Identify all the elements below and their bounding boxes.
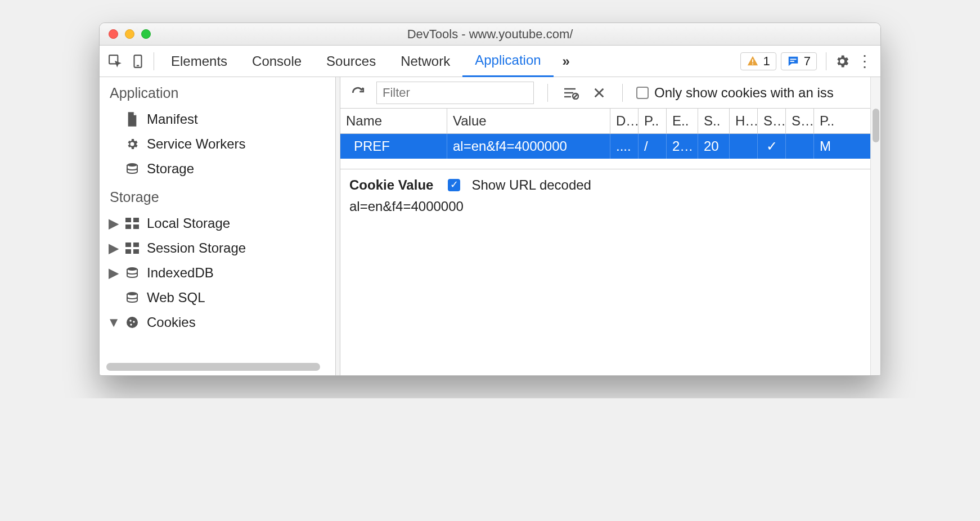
tab-console[interactable]: Console	[240, 46, 314, 77]
svg-rect-8	[125, 218, 131, 222]
svg-point-7	[127, 163, 137, 167]
col-path[interactable]: P..	[639, 109, 667, 133]
sidebar-item-manifest[interactable]: Manifest	[100, 107, 335, 132]
col-priority[interactable]: P..	[814, 109, 870, 133]
cell-value: al=en&f4=4000000	[447, 134, 610, 159]
panel-body: Application Manifest Service Workers	[100, 77, 880, 375]
checkbox-checked-icon	[448, 179, 460, 191]
messages-badge[interactable]: 7	[781, 52, 817, 70]
sidebar-item-label: Local Storage	[147, 215, 230, 231]
warning-icon	[747, 55, 759, 68]
cookie-value-text: al=en&f4=4000000	[349, 199, 861, 214]
cell-priority: M	[814, 134, 870, 159]
delete-button[interactable]	[590, 83, 609, 102]
col-httponly[interactable]: H..	[730, 109, 758, 133]
vertical-scrollbar[interactable]	[870, 77, 880, 375]
chevron-right-icon: ▶	[110, 265, 118, 281]
svg-rect-3	[752, 59, 753, 62]
traffic-lights	[109, 29, 151, 39]
message-icon	[787, 55, 799, 68]
show-decoded-label: Show URL decoded	[471, 177, 591, 193]
cookie-icon	[124, 316, 140, 329]
file-icon	[124, 112, 140, 127]
filter-input[interactable]	[376, 82, 534, 104]
device-toggle-icon[interactable]	[127, 50, 149, 73]
kebab-menu-button[interactable]: ⋮	[853, 52, 876, 70]
devtools-window: DevTools - www.youtube.com/ Elements Con…	[99, 23, 881, 376]
database-icon	[124, 291, 140, 304]
sidebar-item-label: Manifest	[147, 111, 198, 127]
separator	[622, 84, 623, 102]
clear-all-button[interactable]	[561, 83, 581, 102]
sidebar-section-application: Application	[100, 77, 335, 107]
table-row[interactable]: PREF al=en&f4=4000000 .... / 2… 20 ✓ M	[340, 134, 870, 159]
cookies-toolbar: Only show cookies with an iss	[340, 77, 870, 109]
svg-rect-12	[125, 242, 131, 247]
cell-domain: ....	[610, 134, 639, 159]
cell-name: PREF	[340, 134, 447, 159]
zoom-window-button[interactable]	[141, 29, 151, 39]
cookie-detail: Cookie Value Show URL decoded al=en&f4=4…	[340, 169, 870, 222]
filter-field[interactable]	[376, 82, 534, 104]
horizontal-scrollbar[interactable]	[106, 363, 320, 371]
svg-point-16	[127, 267, 137, 271]
cell-expires: 2…	[667, 134, 698, 159]
tab-network[interactable]: Network	[388, 46, 462, 77]
cell-samesite	[786, 134, 814, 159]
only-issues-checkbox[interactable]: Only show cookies with an iss	[636, 85, 834, 101]
col-value[interactable]: Value	[447, 109, 610, 133]
tab-strip: Elements Console Sources Network Applica…	[100, 46, 880, 77]
scrollbar-thumb[interactable]	[873, 109, 879, 142]
svg-rect-9	[133, 218, 139, 222]
grid-icon	[124, 242, 140, 254]
sidebar-item-indexeddb[interactable]: ▶ IndexedDB	[100, 260, 335, 285]
only-issues-label: Only show cookies with an iss	[654, 85, 834, 101]
col-secure[interactable]: S..	[758, 109, 786, 133]
more-tabs-button[interactable]: »	[554, 53, 579, 69]
sidebar-item-cookies[interactable]: ▼ Cookies	[100, 310, 335, 335]
sidebar-item-label: Cookies	[147, 315, 196, 330]
cell-size: 20	[698, 134, 730, 159]
sidebar-item-session-storage[interactable]: ▶ Session Storage	[100, 236, 335, 260]
sidebar-item-service-workers[interactable]: Service Workers	[100, 132, 335, 156]
refresh-button[interactable]	[348, 83, 367, 102]
gear-icon	[124, 137, 140, 151]
col-name[interactable]: Name	[340, 109, 447, 133]
sidebar-item-local-storage[interactable]: ▶ Local Storage	[100, 211, 335, 236]
grid-icon	[124, 218, 140, 229]
sidebar-item-storage[interactable]: Storage	[100, 156, 335, 181]
separator	[547, 84, 548, 102]
col-samesite[interactable]: S..	[786, 109, 814, 133]
sidebar-section-storage: Storage	[100, 181, 335, 211]
splitter-handle[interactable]	[336, 77, 340, 375]
detail-title: Cookie Value	[349, 177, 433, 193]
col-domain[interactable]: D..	[610, 109, 639, 133]
tab-sources[interactable]: Sources	[314, 46, 388, 77]
messages-count: 7	[804, 54, 811, 69]
sidebar-item-label: Session Storage	[147, 240, 246, 256]
settings-button[interactable]	[831, 53, 853, 69]
panel-tabs: Elements Console Sources Network Applica…	[159, 46, 554, 77]
svg-point-18	[127, 317, 138, 328]
database-icon	[124, 266, 140, 280]
sidebar-item-label: IndexedDB	[147, 265, 214, 281]
sidebar-item-websql[interactable]: Web SQL	[100, 285, 335, 310]
show-decoded-checkbox[interactable]: Show URL decoded	[448, 177, 591, 193]
svg-point-21	[130, 324, 132, 325]
close-window-button[interactable]	[109, 29, 118, 39]
inspect-element-icon[interactable]	[104, 50, 127, 73]
tab-elements[interactable]: Elements	[159, 46, 240, 77]
svg-line-26	[574, 95, 577, 98]
cookies-table: Name Value D.. P.. E.. S.. H.. S.. S.. P…	[340, 109, 870, 169]
svg-rect-6	[790, 61, 794, 62]
separator	[154, 52, 154, 70]
svg-point-20	[133, 321, 134, 322]
col-expires[interactable]: E..	[667, 109, 698, 133]
minimize-window-button[interactable]	[125, 29, 134, 39]
chevron-right-icon: ▶	[110, 240, 118, 256]
warnings-badge[interactable]: 1	[740, 52, 776, 70]
chevron-down-icon: ▼	[110, 315, 118, 330]
title-bar: DevTools - www.youtube.com/	[100, 23, 880, 46]
col-size[interactable]: S..	[698, 109, 730, 133]
tab-application[interactable]: Application	[462, 46, 553, 77]
